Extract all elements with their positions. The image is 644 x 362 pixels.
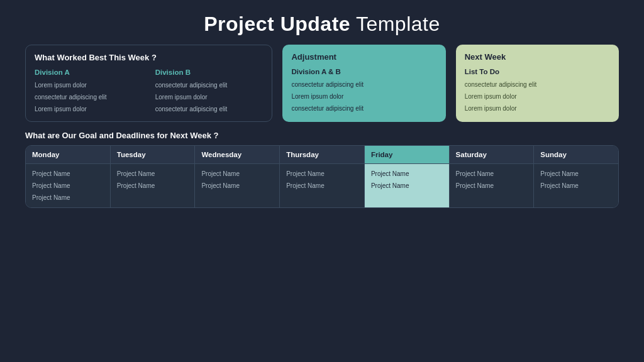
wednesday-col: Wednesday Project Name Project Name	[195, 146, 280, 207]
tuesday-item-1: Project Name	[117, 170, 189, 177]
next-week-col: List To Do consectetur adipiscing elit L…	[465, 68, 610, 114]
thursday-body: Project Name Project Name	[280, 164, 364, 207]
next-week-header: Next Week	[465, 52, 610, 62]
div-a-item-1: Lorem ipsum dolor	[35, 80, 143, 90]
div-a-item-3: Lorem ipsum dolor	[35, 104, 143, 114]
what-worked-card: What Worked Best This Week ? Division A …	[25, 45, 272, 122]
tuesday-body: Project Name Project Name	[111, 164, 195, 207]
title-light: Template	[350, 13, 440, 35]
div-b-item-1: consectetur adipiscing elit	[155, 80, 264, 90]
goals-title: What are Our Goal and Deadlines for Next…	[25, 131, 619, 140]
monday-col: Monday Project Name Project Name Project…	[26, 146, 111, 207]
tuesday-header: Tuesday	[111, 146, 195, 164]
div-b-item-3: consectetur adipiscing elit	[155, 104, 264, 114]
weekly-table: Monday Project Name Project Name Project…	[25, 145, 619, 208]
thursday-header: Thursday	[280, 146, 364, 164]
friday-item-2: Project Name	[371, 182, 443, 189]
next-week-card: Next Week List To Do consectetur adipisc…	[456, 45, 619, 122]
adj-item-3: consectetur adipiscing elit	[291, 104, 436, 113]
adjustment-header: Adjustment	[291, 52, 436, 62]
division-a-col: Division A Lorem ipsum dolor consectetur…	[35, 69, 143, 114]
thursday-item-2: Project Name	[286, 182, 358, 189]
monday-item-2: Project Name	[32, 182, 104, 189]
page: Project Update Template What Worked Best…	[0, 0, 644, 362]
adjustment-col: Division A & B consectetur adipiscing el…	[291, 68, 436, 114]
saturday-item-2: Project Name	[456, 182, 528, 189]
friday-col: Friday Project Name Project Name	[365, 146, 450, 207]
goals-section: What are Our Goal and Deadlines for Next…	[25, 131, 619, 208]
top-cards-row: What Worked Best This Week ? Division A …	[25, 45, 619, 122]
saturday-body: Project Name Project Name	[450, 164, 534, 207]
monday-item-3: Project Name	[32, 194, 104, 201]
saturday-header: Saturday	[450, 146, 534, 164]
saturday-item-1: Project Name	[456, 170, 528, 177]
nw-item-1: consectetur adipiscing elit	[465, 80, 610, 89]
sunday-body: Project Name Project Name	[534, 164, 618, 207]
monday-body: Project Name Project Name Project Name	[26, 164, 110, 207]
friday-body: Project Name Project Name	[365, 164, 449, 207]
wednesday-header: Wednesday	[195, 146, 279, 164]
division-b-title: Division B	[155, 69, 264, 76]
adj-item-2: Lorem ipsum dolor	[291, 92, 436, 101]
monday-item-1: Project Name	[32, 170, 104, 177]
what-worked-header: What Worked Best This Week ?	[35, 53, 263, 62]
division-a-title: Division A	[35, 69, 143, 76]
adjustment-col-title: Division A & B	[291, 68, 436, 75]
page-title: Project Update Template	[25, 13, 619, 36]
sunday-header: Sunday	[534, 146, 618, 164]
wednesday-body: Project Name Project Name	[195, 164, 279, 207]
next-week-col-title: List To Do	[465, 68, 610, 75]
div-b-item-2: Lorem ipsum dolor	[155, 92, 264, 102]
wednesday-item-1: Project Name	[201, 170, 273, 177]
sunday-item-2: Project Name	[540, 182, 612, 189]
nw-item-3: Lorem ipsum dolor	[465, 104, 610, 113]
friday-header: Friday	[365, 146, 449, 164]
sunday-col: Sunday Project Name Project Name	[534, 146, 618, 207]
tuesday-item-2: Project Name	[117, 182, 189, 189]
tuesday-col: Tuesday Project Name Project Name	[111, 146, 196, 207]
adjustment-card: Adjustment Division A & B consectetur ad…	[282, 45, 445, 122]
title-bold: Project Update	[204, 13, 350, 35]
friday-item-1: Project Name	[371, 170, 443, 177]
div-a-item-2: consectetur adipiscing elit	[35, 92, 143, 102]
wednesday-item-2: Project Name	[201, 182, 273, 189]
nw-item-2: Lorem ipsum dolor	[465, 92, 610, 101]
what-worked-body: Division A Lorem ipsum dolor consectetur…	[35, 69, 263, 114]
saturday-col: Saturday Project Name Project Name	[450, 146, 535, 207]
adj-item-1: consectetur adipiscing elit	[291, 80, 436, 89]
sunday-item-1: Project Name	[540, 170, 612, 177]
division-b-col: Division B consectetur adipiscing elit L…	[155, 69, 264, 114]
thursday-col: Thursday Project Name Project Name	[280, 146, 365, 207]
monday-header: Monday	[26, 146, 110, 164]
thursday-item-1: Project Name	[286, 170, 358, 177]
